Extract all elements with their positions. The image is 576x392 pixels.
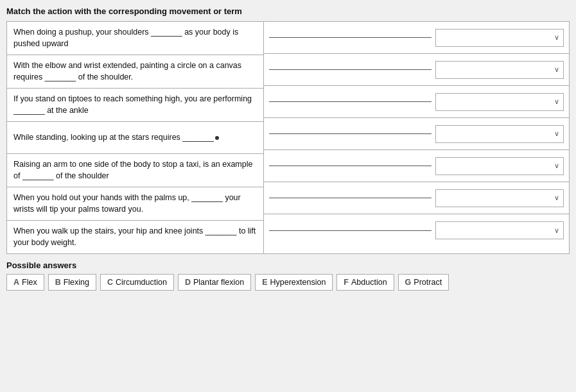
answer-line-3 <box>269 101 432 102</box>
answer-dropdown-2[interactable]: ∨ <box>435 61 564 79</box>
question-text-3: If you stand on tiptoes to reach somethi… <box>13 94 257 116</box>
question-row-5: Raising an arm to one side of the body t… <box>7 154 263 187</box>
chip-label-D: Plantar flexion <box>193 278 244 287</box>
question-row-3: If you stand on tiptoes to reach somethi… <box>7 89 263 122</box>
answer-line-6 <box>269 198 432 198</box>
question-text-4: While standing, looking up at the stars … <box>13 132 219 144</box>
answer-dropdown-7[interactable]: ∨ <box>435 221 564 239</box>
question-text-2: With the elbow and wrist extended, paint… <box>13 60 257 83</box>
chip-D[interactable]: DPlantar flexion <box>178 274 251 291</box>
chip-C[interactable]: CCircumduction <box>100 274 174 291</box>
chip-label-A: Flex <box>22 278 37 287</box>
answer-dropdown-1[interactable]: ∨ <box>435 29 564 47</box>
chevron-down-icon-7: ∨ <box>554 226 559 235</box>
answer-row-1: ∨ <box>264 22 569 54</box>
questions-panel: When doing a pushup, your shoulders ____… <box>7 22 264 253</box>
chip-G[interactable]: GProtract <box>398 274 449 291</box>
chevron-down-icon-4: ∨ <box>554 130 559 138</box>
chip-letter-E: E <box>262 278 267 287</box>
answer-line-5 <box>269 166 432 166</box>
chip-label-G: Protract <box>414 278 442 287</box>
chip-letter-A: A <box>13 278 19 287</box>
chip-A[interactable]: AFlex <box>6 274 44 291</box>
question-row-4: While standing, looking up at the stars … <box>7 122 263 154</box>
answer-dropdown-3[interactable]: ∨ <box>435 93 564 111</box>
chip-label-E: Hyperextension <box>270 278 326 287</box>
chip-label-B: Flexing <box>64 278 89 287</box>
chevron-down-icon-3: ∨ <box>554 98 559 106</box>
answer-dropdown-5[interactable]: ∨ <box>435 157 564 175</box>
chip-label-C: Circumduction <box>116 278 167 287</box>
question-row-1: When doing a pushup, your shoulders ____… <box>7 22 263 55</box>
question-text-7: When you walk up the stairs, your hip an… <box>13 226 257 248</box>
question-row-6: When you hold out your hands with the pa… <box>7 187 263 221</box>
chevron-down-icon-5: ∨ <box>554 162 559 170</box>
chip-letter-D: D <box>185 278 191 287</box>
answer-row-5: ∨ <box>264 150 569 182</box>
chip-label-F: Abduction <box>351 278 387 287</box>
chip-F[interactable]: FAbduction <box>336 274 394 291</box>
chip-letter-G: G <box>405 278 412 287</box>
question-text-5: Raising an arm to one side of the body t… <box>13 159 257 182</box>
question-text-1: When doing a pushup, your shoulders ____… <box>13 27 257 49</box>
answer-line-7 <box>269 230 432 231</box>
chip-B[interactable]: BFlexing <box>48 274 96 291</box>
page-title: Match the action with the corresponding … <box>6 6 570 16</box>
answer-row-7: ∨ <box>264 214 569 246</box>
chevron-down-icon-1: ∨ <box>554 33 559 42</box>
chip-letter-C: C <box>107 278 113 287</box>
question-text-6: When you hold out your hands with the pa… <box>13 192 257 215</box>
answer-row-4: ∨ <box>264 118 569 150</box>
chip-letter-F: F <box>344 278 349 287</box>
answer-line-4 <box>269 133 432 134</box>
answer-line-2 <box>269 69 432 70</box>
question-row-2: With the elbow and wrist extended, paint… <box>7 55 263 89</box>
answer-row-3: ∨ <box>264 86 569 118</box>
chevron-down-icon-6: ∨ <box>554 194 559 202</box>
answers-chips: AFlexBFlexingCCircumductionDPlantar flex… <box>6 274 570 291</box>
answer-row-2: ∨ <box>264 54 569 86</box>
chevron-down-icon-2: ∨ <box>554 65 559 74</box>
answers-panel: ∨∨∨∨∨∨∨ <box>264 22 569 253</box>
question-row-7: When you walk up the stairs, your hip an… <box>7 221 263 253</box>
possible-answers-section: Possible answers AFlexBFlexingCCircumduc… <box>6 260 570 291</box>
chip-E[interactable]: EHyperextension <box>255 274 333 291</box>
answer-dropdown-6[interactable]: ∨ <box>435 189 564 207</box>
answer-dropdown-4[interactable]: ∨ <box>435 125 564 143</box>
main-container: When doing a pushup, your shoulders ____… <box>6 21 570 254</box>
possible-answers-label: Possible answers <box>6 260 570 270</box>
answer-row-6: ∨ <box>264 182 569 214</box>
answer-line-1 <box>269 37 432 38</box>
chip-letter-B: B <box>55 278 61 287</box>
